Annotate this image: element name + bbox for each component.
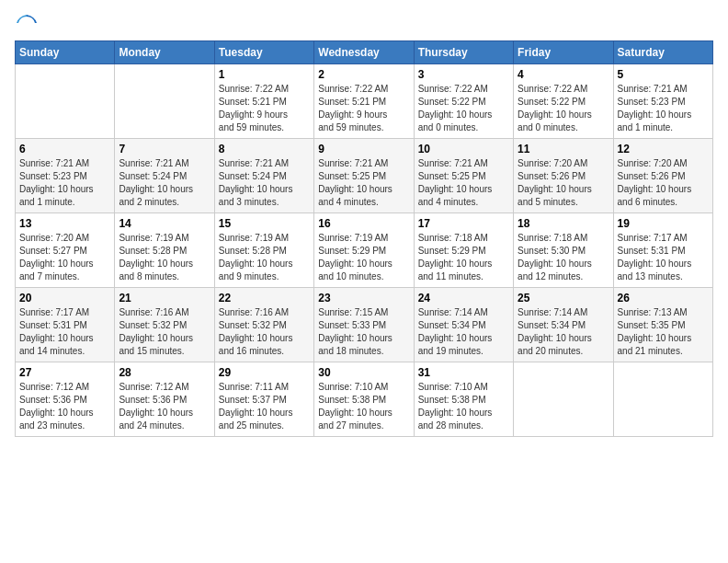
day-info: Sunrise: 7:21 AM Sunset: 5:24 PM Dayligh… xyxy=(119,157,210,209)
calendar-day-cell xyxy=(16,64,115,139)
day-number: 23 xyxy=(318,292,409,304)
calendar-day-cell: 22Sunrise: 7:16 AM Sunset: 5:32 PM Dayli… xyxy=(214,288,313,362)
day-info: Sunrise: 7:18 AM Sunset: 5:29 PM Dayligh… xyxy=(418,232,509,283)
day-number: 3 xyxy=(418,68,509,81)
calendar-day-cell: 10Sunrise: 7:21 AM Sunset: 5:25 PM Dayli… xyxy=(414,139,513,213)
day-number: 24 xyxy=(418,292,509,304)
day-number: 4 xyxy=(518,68,609,81)
day-number: 14 xyxy=(119,217,210,230)
calendar-header-row: SundayMondayTuesdayWednesdayThursdayFrid… xyxy=(16,41,713,64)
calendar-table: SundayMondayTuesdayWednesdayThursdayFrid… xyxy=(15,40,713,437)
day-info: Sunrise: 7:12 AM Sunset: 5:36 PM Dayligh… xyxy=(119,381,210,432)
day-number: 31 xyxy=(418,366,509,379)
logo xyxy=(15,15,37,35)
calendar-day-cell: 4Sunrise: 7:22 AM Sunset: 5:22 PM Daylig… xyxy=(514,64,613,139)
calendar-day-cell: 28Sunrise: 7:12 AM Sunset: 5:36 PM Dayli… xyxy=(115,362,214,437)
day-number: 18 xyxy=(518,217,609,230)
day-number: 13 xyxy=(19,217,110,230)
calendar-day-cell xyxy=(115,64,214,139)
calendar-day-cell: 29Sunrise: 7:11 AM Sunset: 5:37 PM Dayli… xyxy=(214,362,313,437)
calendar-day-cell: 11Sunrise: 7:20 AM Sunset: 5:26 PM Dayli… xyxy=(514,139,613,213)
calendar-day-cell: 20Sunrise: 7:17 AM Sunset: 5:31 PM Dayli… xyxy=(16,288,115,362)
calendar-day-cell: 18Sunrise: 7:18 AM Sunset: 5:30 PM Dayli… xyxy=(514,213,613,288)
calendar-day-cell: 12Sunrise: 7:20 AM Sunset: 5:26 PM Dayli… xyxy=(613,139,712,213)
day-number: 26 xyxy=(618,292,709,304)
day-info: Sunrise: 7:10 AM Sunset: 5:38 PM Dayligh… xyxy=(418,381,509,432)
day-info: Sunrise: 7:16 AM Sunset: 5:32 PM Dayligh… xyxy=(219,306,310,358)
day-number: 11 xyxy=(518,143,609,155)
calendar-day-cell: 13Sunrise: 7:20 AM Sunset: 5:27 PM Dayli… xyxy=(16,213,115,288)
day-number: 27 xyxy=(19,366,110,379)
calendar-day-cell: 6Sunrise: 7:21 AM Sunset: 5:23 PM Daylig… xyxy=(16,139,115,213)
calendar-day-cell: 16Sunrise: 7:19 AM Sunset: 5:29 PM Dayli… xyxy=(314,213,414,288)
weekday-header-monday: Monday xyxy=(115,41,214,64)
day-info: Sunrise: 7:12 AM Sunset: 5:36 PM Dayligh… xyxy=(19,381,110,432)
day-number: 5 xyxy=(618,68,709,81)
calendar-week-row: 27Sunrise: 7:12 AM Sunset: 5:36 PM Dayli… xyxy=(16,362,713,437)
day-number: 25 xyxy=(518,292,609,304)
day-info: Sunrise: 7:19 AM Sunset: 5:28 PM Dayligh… xyxy=(119,232,210,283)
calendar-day-cell: 15Sunrise: 7:19 AM Sunset: 5:28 PM Dayli… xyxy=(214,213,313,288)
day-number: 17 xyxy=(418,217,509,230)
day-info: Sunrise: 7:14 AM Sunset: 5:34 PM Dayligh… xyxy=(518,306,609,358)
day-number: 30 xyxy=(318,366,409,379)
day-info: Sunrise: 7:10 AM Sunset: 5:38 PM Dayligh… xyxy=(318,381,409,432)
calendar-day-cell: 3Sunrise: 7:22 AM Sunset: 5:22 PM Daylig… xyxy=(414,64,513,139)
calendar-day-cell xyxy=(514,362,613,437)
day-info: Sunrise: 7:11 AM Sunset: 5:37 PM Dayligh… xyxy=(219,381,310,432)
calendar-week-row: 13Sunrise: 7:20 AM Sunset: 5:27 PM Dayli… xyxy=(16,213,713,288)
day-info: Sunrise: 7:20 AM Sunset: 5:27 PM Dayligh… xyxy=(19,232,110,283)
calendar-week-row: 1Sunrise: 7:22 AM Sunset: 5:21 PM Daylig… xyxy=(16,64,713,139)
day-info: Sunrise: 7:22 AM Sunset: 5:21 PM Dayligh… xyxy=(318,83,409,134)
day-info: Sunrise: 7:22 AM Sunset: 5:22 PM Dayligh… xyxy=(418,83,509,134)
calendar-day-cell: 27Sunrise: 7:12 AM Sunset: 5:36 PM Dayli… xyxy=(16,362,115,437)
calendar-day-cell: 17Sunrise: 7:18 AM Sunset: 5:29 PM Dayli… xyxy=(414,213,513,288)
day-number: 8 xyxy=(219,143,310,155)
day-info: Sunrise: 7:22 AM Sunset: 5:21 PM Dayligh… xyxy=(219,83,310,134)
day-number: 28 xyxy=(119,366,210,379)
day-info: Sunrise: 7:15 AM Sunset: 5:33 PM Dayligh… xyxy=(318,306,409,358)
calendar-day-cell: 26Sunrise: 7:13 AM Sunset: 5:35 PM Dayli… xyxy=(613,288,712,362)
day-number: 9 xyxy=(318,143,409,155)
day-info: Sunrise: 7:19 AM Sunset: 5:28 PM Dayligh… xyxy=(219,232,310,283)
day-info: Sunrise: 7:21 AM Sunset: 5:23 PM Dayligh… xyxy=(618,83,709,134)
day-number: 7 xyxy=(119,143,210,155)
calendar-day-cell: 14Sunrise: 7:19 AM Sunset: 5:28 PM Dayli… xyxy=(115,213,214,288)
day-info: Sunrise: 7:18 AM Sunset: 5:30 PM Dayligh… xyxy=(518,232,609,283)
weekday-header-thursday: Thursday xyxy=(414,41,513,64)
day-number: 15 xyxy=(219,217,310,230)
calendar-day-cell: 19Sunrise: 7:17 AM Sunset: 5:31 PM Dayli… xyxy=(613,213,712,288)
calendar-week-row: 20Sunrise: 7:17 AM Sunset: 5:31 PM Dayli… xyxy=(16,288,713,362)
calendar-day-cell: 1Sunrise: 7:22 AM Sunset: 5:21 PM Daylig… xyxy=(214,64,313,139)
calendar-day-cell: 7Sunrise: 7:21 AM Sunset: 5:24 PM Daylig… xyxy=(115,139,214,213)
day-info: Sunrise: 7:21 AM Sunset: 5:24 PM Dayligh… xyxy=(219,157,310,209)
weekday-header-saturday: Saturday xyxy=(613,41,712,64)
day-number: 19 xyxy=(618,217,709,230)
day-info: Sunrise: 7:20 AM Sunset: 5:26 PM Dayligh… xyxy=(618,157,709,209)
logo-icon xyxy=(17,15,37,35)
calendar-day-cell: 8Sunrise: 7:21 AM Sunset: 5:24 PM Daylig… xyxy=(214,139,313,213)
calendar-day-cell: 24Sunrise: 7:14 AM Sunset: 5:34 PM Dayli… xyxy=(414,288,513,362)
day-info: Sunrise: 7:14 AM Sunset: 5:34 PM Dayligh… xyxy=(418,306,509,358)
calendar-day-cell: 2Sunrise: 7:22 AM Sunset: 5:21 PM Daylig… xyxy=(314,64,414,139)
weekday-header-tuesday: Tuesday xyxy=(214,41,313,64)
calendar-week-row: 6Sunrise: 7:21 AM Sunset: 5:23 PM Daylig… xyxy=(16,139,713,213)
calendar-day-cell: 21Sunrise: 7:16 AM Sunset: 5:32 PM Dayli… xyxy=(115,288,214,362)
day-info: Sunrise: 7:20 AM Sunset: 5:26 PM Dayligh… xyxy=(518,157,609,209)
day-info: Sunrise: 7:17 AM Sunset: 5:31 PM Dayligh… xyxy=(19,306,110,358)
day-number: 10 xyxy=(418,143,509,155)
day-info: Sunrise: 7:13 AM Sunset: 5:35 PM Dayligh… xyxy=(618,306,709,358)
calendar-day-cell: 9Sunrise: 7:21 AM Sunset: 5:25 PM Daylig… xyxy=(314,139,414,213)
day-number: 21 xyxy=(119,292,210,304)
calendar-day-cell: 30Sunrise: 7:10 AM Sunset: 5:38 PM Dayli… xyxy=(314,362,414,437)
weekday-header-friday: Friday xyxy=(514,41,613,64)
day-info: Sunrise: 7:21 AM Sunset: 5:25 PM Dayligh… xyxy=(418,157,509,209)
calendar-day-cell: 25Sunrise: 7:14 AM Sunset: 5:34 PM Dayli… xyxy=(514,288,613,362)
day-number: 1 xyxy=(219,68,310,81)
day-info: Sunrise: 7:19 AM Sunset: 5:29 PM Dayligh… xyxy=(318,232,409,283)
day-info: Sunrise: 7:17 AM Sunset: 5:31 PM Dayligh… xyxy=(618,232,709,283)
day-number: 16 xyxy=(318,217,409,230)
day-number: 2 xyxy=(318,68,409,81)
calendar-day-cell: 31Sunrise: 7:10 AM Sunset: 5:38 PM Dayli… xyxy=(414,362,513,437)
day-info: Sunrise: 7:22 AM Sunset: 5:22 PM Dayligh… xyxy=(518,83,609,134)
